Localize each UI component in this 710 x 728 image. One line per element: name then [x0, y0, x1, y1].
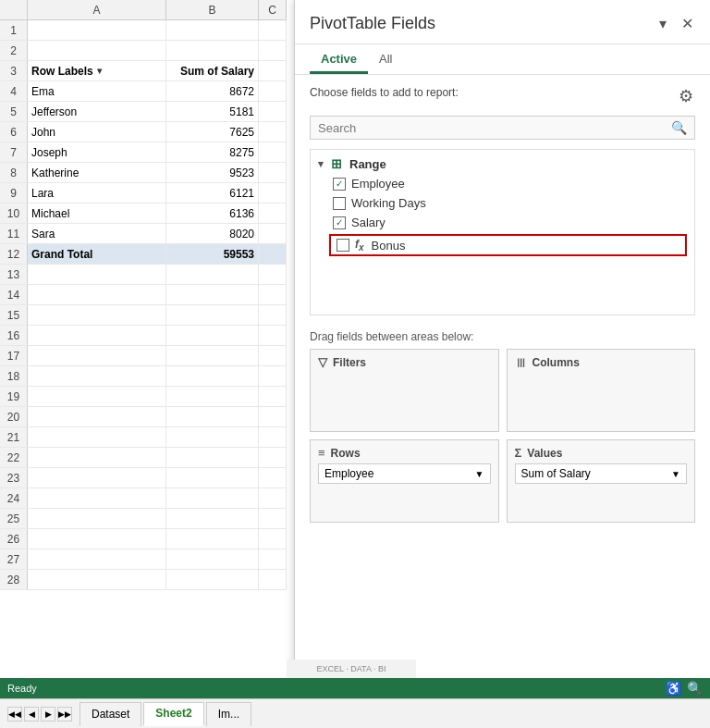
cell-a[interactable]: [28, 366, 166, 386]
drag-box-values[interactable]: Σ Values Sum of Salary ▼: [507, 439, 696, 523]
cell-c: [259, 366, 287, 386]
cell-b[interactable]: [166, 488, 259, 508]
rows-dropdown[interactable]: Employee ▼: [318, 463, 491, 484]
tab-sheet2[interactable]: Sheet2: [143, 702, 203, 726]
cell-c: [259, 61, 287, 80]
cell-b[interactable]: [166, 427, 259, 447]
cell-a[interactable]: John: [28, 122, 166, 142]
cell-c: [259, 244, 287, 264]
tab-all[interactable]: All: [368, 44, 403, 74]
field-employee[interactable]: ✓ Employee: [311, 174, 694, 193]
cell-a[interactable]: [28, 265, 166, 284]
cell-a[interactable]: Michael: [28, 204, 166, 223]
drag-box-filters[interactable]: ▽ Filters: [310, 349, 499, 432]
range-expand-icon[interactable]: ▾: [318, 158, 324, 170]
cell-a[interactable]: [28, 448, 166, 467]
checkbox-salary[interactable]: ✓: [333, 216, 346, 229]
cell-a[interactable]: [28, 407, 166, 426]
tab-active[interactable]: Active: [310, 44, 368, 74]
cell-a[interactable]: [28, 509, 166, 528]
cell-a[interactable]: [28, 285, 166, 304]
cell-b[interactable]: [166, 448, 259, 467]
pivot-search-bar[interactable]: 🔍: [310, 116, 695, 140]
cell-b[interactable]: [166, 20, 259, 40]
cell-a[interactable]: [28, 20, 166, 40]
cell-b[interactable]: 8020: [166, 224, 259, 243]
cell-b[interactable]: 59553: [166, 244, 259, 264]
row-number: 26: [0, 529, 28, 549]
cell-b[interactable]: [166, 387, 259, 406]
cell-a[interactable]: [28, 549, 166, 569]
field-salary[interactable]: ✓ Salary: [311, 213, 694, 232]
tab-im[interactable]: Im...: [206, 702, 251, 726]
table-row: 25: [0, 509, 287, 529]
cell-a[interactable]: [28, 387, 166, 406]
pivot-field-list[interactable]: ▾ ⊞ Range ✓ Employee Working Days ✓ Sala…: [310, 149, 695, 315]
cell-a[interactable]: Ema: [28, 81, 166, 101]
cell-a[interactable]: [28, 488, 166, 508]
checkbox-employee[interactable]: ✓: [333, 178, 346, 191]
checkbox-working-days[interactable]: [333, 197, 346, 210]
cell-b[interactable]: 5181: [166, 102, 259, 121]
cell-a[interactable]: Grand Total: [28, 244, 166, 264]
pivot-search-input[interactable]: [318, 121, 671, 135]
field-working-days[interactable]: Working Days: [311, 193, 694, 213]
cell-b[interactable]: 7625: [166, 122, 259, 142]
row-number: 18: [0, 366, 28, 386]
cell-b[interactable]: Sum of Salary: [166, 61, 259, 80]
cell-b[interactable]: [166, 529, 259, 549]
field-bonus[interactable]: fx Bonus: [329, 234, 687, 256]
cell-b[interactable]: [166, 549, 259, 569]
cell-a[interactable]: [28, 529, 166, 549]
cell-b[interactable]: 6121: [166, 183, 259, 203]
cell-b[interactable]: 8275: [166, 142, 259, 162]
cell-b[interactable]: [166, 326, 259, 345]
cell-a[interactable]: [28, 468, 166, 487]
cell-b[interactable]: 9523: [166, 163, 259, 182]
nav-last[interactable]: ▶▶: [57, 707, 72, 722]
cell-b[interactable]: [166, 570, 259, 589]
columns-icon: ⫼: [515, 355, 527, 369]
values-dropdown[interactable]: Sum of Salary ▼: [515, 463, 688, 484]
cell-b[interactable]: [166, 305, 259, 325]
rows-dropdown-arrow: ▼: [475, 469, 484, 479]
cell-b[interactable]: [166, 285, 259, 304]
checkbox-bonus[interactable]: [337, 239, 349, 252]
spreadsheet-rows: 123Row Labels ▾Sum of Salary4Ema86725Jef…: [0, 20, 287, 590]
cell-a[interactable]: Row Labels ▾: [28, 61, 166, 80]
cell-b[interactable]: [166, 509, 259, 528]
cell-a[interactable]: Jefferson: [28, 102, 166, 121]
row-labels-dropdown[interactable]: ▾: [97, 66, 102, 76]
pivot-collapse-button[interactable]: ▾: [657, 13, 668, 34]
cell-a[interactable]: Joseph: [28, 142, 166, 162]
cell-b[interactable]: [166, 366, 259, 386]
cell-b[interactable]: 6136: [166, 204, 259, 223]
cell-a[interactable]: [28, 346, 166, 365]
nav-prev[interactable]: ◀: [24, 707, 39, 722]
cell-a[interactable]: [28, 570, 166, 589]
pivot-fields-section: Choose fields to add to report: ⚙ 🔍 ▾ ⊞ …: [295, 75, 710, 321]
drag-box-columns[interactable]: ⫼ Columns: [507, 349, 696, 432]
tab-dataset[interactable]: Dataset: [80, 702, 141, 726]
nav-next[interactable]: ▶: [41, 707, 55, 722]
drag-box-rows[interactable]: ≡ Rows Employee ▼: [310, 439, 499, 523]
cell-b[interactable]: [166, 468, 259, 487]
cell-b[interactable]: [166, 265, 259, 284]
cell-a[interactable]: [28, 305, 166, 325]
cell-a[interactable]: [28, 326, 166, 345]
cell-b[interactable]: 8672: [166, 81, 259, 101]
cell-a[interactable]: Katherine: [28, 163, 166, 182]
cell-a[interactable]: [28, 427, 166, 447]
cell-b[interactable]: [166, 346, 259, 365]
cell-a[interactable]: [28, 41, 166, 60]
cell-b[interactable]: [166, 407, 259, 426]
cell-a[interactable]: Lara: [28, 183, 166, 203]
cell-b[interactable]: [166, 41, 259, 60]
pivot-close-button[interactable]: ✕: [679, 13, 695, 34]
cell-c: [259, 163, 287, 182]
table-row: 17: [0, 346, 287, 366]
row-number: 3: [0, 61, 28, 80]
pivot-settings-button[interactable]: ⚙: [677, 84, 695, 108]
cell-a[interactable]: Sara: [28, 224, 166, 243]
nav-first[interactable]: ◀◀: [7, 707, 22, 722]
